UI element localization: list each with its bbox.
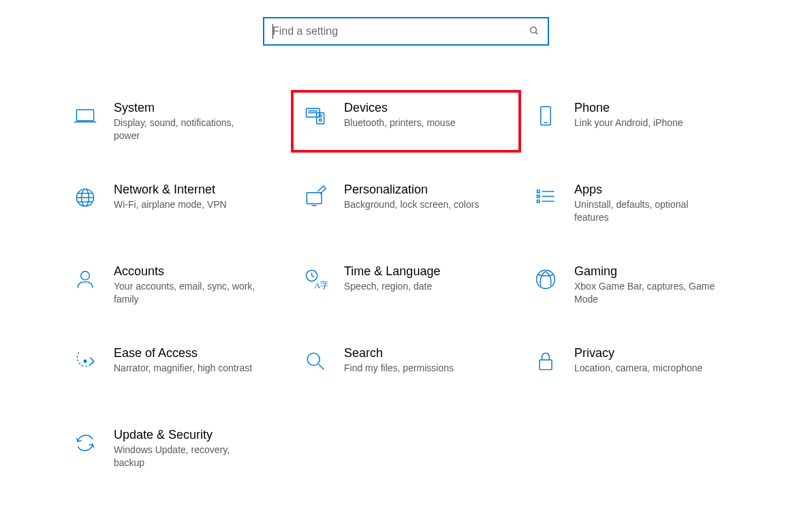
tile-desc: Windows Update, recovery, backup — [114, 444, 257, 469]
tile-desc: Display, sound, notifications, power — [114, 117, 257, 142]
globe-icon — [70, 183, 100, 213]
svg-point-25 — [81, 271, 90, 280]
tile-update-security[interactable]: Update & Security Windows Update, recove… — [61, 417, 291, 480]
apps-icon — [531, 183, 561, 213]
tile-devices[interactable]: Devices Bluetooth, printers, mouse — [291, 90, 521, 153]
svg-point-31 — [84, 360, 87, 362]
tile-desc: Background, lock screen, colors — [344, 198, 479, 211]
lock-icon — [531, 346, 561, 376]
tile-text: Apps Uninstall, defaults, optional featu… — [574, 181, 717, 224]
tile-text: Update & Security Windows Update, recove… — [114, 427, 257, 469]
svg-point-8 — [319, 114, 322, 117]
tile-text: Devices Bluetooth, printers, mouse — [344, 99, 455, 129]
tile-desc: Speech, region, date — [344, 280, 440, 293]
tile-title: Accounts — [114, 264, 257, 279]
tile-desc: Your accounts, email, sync, work, family — [114, 280, 257, 306]
tile-text: Ease of Access Narrator, magnifier, high… — [114, 345, 252, 375]
svg-point-9 — [319, 119, 322, 122]
tile-text: System Display, sound, notifications, po… — [114, 99, 257, 142]
tile-gaming[interactable]: Gaming Xbox Game Bar, captures, Game Mod… — [521, 253, 751, 316]
tile-title: Gaming — [574, 264, 717, 279]
tile-title: Time & Language — [344, 264, 440, 279]
ease-of-access-icon — [70, 346, 100, 376]
svg-rect-2 — [76, 110, 93, 121]
phone-icon — [531, 101, 561, 131]
text-cursor — [272, 24, 273, 39]
tile-desc: Link your Android, iPhone — [574, 117, 683, 129]
svg-text:A字: A字 — [314, 280, 328, 290]
tile-apps[interactable]: Apps Uninstall, defaults, optional featu… — [521, 172, 751, 234]
settings-grid: System Display, sound, notifications, po… — [0, 90, 812, 480]
tile-title: Phone — [574, 101, 683, 115]
search-container — [0, 0, 812, 46]
tile-ease-of-access[interactable]: Ease of Access Narrator, magnifier, high… — [61, 335, 291, 398]
tile-time-language[interactable]: A字 Time & Language Speech, region, date — [291, 253, 521, 316]
tile-title: Search — [344, 346, 454, 360]
tile-desc: Location, camera, microphone — [574, 362, 702, 375]
tile-phone[interactable]: Phone Link your Android, iPhone — [521, 90, 751, 153]
tile-title: System — [114, 101, 257, 115]
tile-title: Personalization — [344, 183, 479, 197]
tile-desc: Wi-Fi, airplane mode, VPN — [114, 198, 227, 211]
svg-rect-20 — [537, 195, 540, 198]
tile-text: Search Find my files, permissions — [344, 345, 454, 375]
time-language-icon: A字 — [300, 264, 330, 294]
tile-personalization[interactable]: Personalization Background, lock screen,… — [291, 172, 521, 234]
tile-title: Apps — [574, 183, 717, 197]
svg-rect-19 — [537, 190, 540, 193]
accounts-icon — [70, 264, 100, 294]
tile-desc: Bluetooth, printers, mouse — [344, 117, 455, 129]
tile-search[interactable]: Search Find my files, permissions — [291, 335, 521, 398]
tile-title: Devices — [344, 101, 455, 115]
tile-desc: Narrator, magnifier, high contrast — [114, 362, 252, 375]
search-icon — [529, 25, 540, 38]
tile-title: Privacy — [574, 346, 702, 360]
tile-desc: Uninstall, defaults, optional features — [574, 198, 717, 224]
tile-title: Update & Security — [114, 428, 257, 442]
gaming-icon — [531, 264, 561, 294]
svg-line-28 — [312, 276, 315, 277]
tile-text: Privacy Location, camera, microphone — [574, 345, 702, 375]
tile-text: Network & Internet Wi-Fi, airplane mode,… — [114, 181, 227, 211]
devices-icon — [300, 101, 330, 131]
search-box[interactable] — [263, 17, 549, 46]
tile-title: Ease of Access — [114, 346, 252, 360]
tile-text: Gaming Xbox Game Bar, captures, Game Mod… — [574, 263, 717, 306]
tile-text: Personalization Background, lock screen,… — [344, 181, 479, 211]
tile-system[interactable]: System Display, sound, notifications, po… — [61, 90, 291, 153]
system-icon — [70, 101, 100, 131]
update-icon — [70, 428, 100, 458]
svg-rect-34 — [540, 360, 552, 369]
svg-line-33 — [319, 365, 324, 370]
tile-text: Phone Link your Android, iPhone — [574, 99, 683, 129]
personalization-icon — [300, 183, 330, 213]
svg-point-30 — [537, 270, 555, 289]
svg-rect-21 — [537, 200, 540, 203]
tile-privacy[interactable]: Privacy Location, camera, microphone — [521, 335, 751, 398]
tile-desc: Xbox Game Bar, captures, Game Mode — [574, 280, 717, 306]
tile-accounts[interactable]: Accounts Your accounts, email, sync, wor… — [61, 253, 291, 316]
tile-network[interactable]: Network & Internet Wi-Fi, airplane mode,… — [61, 172, 291, 234]
svg-rect-17 — [307, 193, 322, 204]
tile-desc: Find my files, permissions — [344, 362, 454, 375]
svg-line-1 — [535, 32, 537, 34]
search-tile-icon — [300, 346, 330, 376]
svg-point-32 — [307, 353, 319, 365]
search-input[interactable] — [272, 25, 529, 37]
tile-title: Network & Internet — [114, 183, 227, 197]
tile-text: Time & Language Speech, region, date — [344, 263, 440, 293]
tile-text: Accounts Your accounts, email, sync, wor… — [114, 263, 257, 306]
